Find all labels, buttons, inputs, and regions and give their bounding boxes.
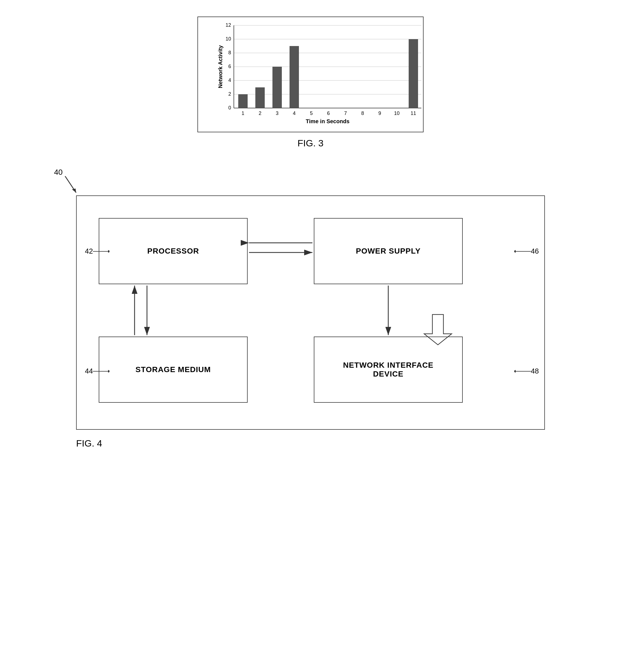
storage-medium-label: STORAGE MEDIUM — [135, 365, 211, 374]
y-tick-8: 8 — [228, 50, 231, 55]
fig4-wrapper: 40 — [48, 168, 573, 449]
ref-48: 48 — [531, 367, 539, 375]
bar-1 — [238, 94, 248, 108]
x-tick-8: 8 — [361, 110, 364, 116]
x-tick-10: 10 — [394, 110, 400, 116]
ref-42: 42 — [85, 247, 93, 256]
y-tick-2: 2 — [228, 91, 231, 97]
ref-48-group: 48 — [514, 367, 539, 375]
bar-4 — [290, 46, 299, 108]
ref-42-group: 42 — [85, 247, 110, 256]
svg-marker-25 — [108, 370, 110, 373]
fig4-section: 40 — [22, 168, 599, 449]
y-tick-4: 4 — [228, 78, 231, 83]
svg-marker-9 — [72, 188, 76, 193]
power-supply-block: POWER SUPPLY — [314, 218, 463, 284]
chart-container: Network Activity 0 2 4 — [198, 16, 423, 132]
ref-46: 46 — [531, 247, 539, 256]
ref-44: 44 — [85, 367, 93, 375]
ref-42-arrow — [93, 249, 110, 254]
fig3-label: FIG. 3 — [297, 138, 324, 148]
x-tick-11: 11 — [411, 110, 416, 116]
arrow-40-icon — [54, 176, 82, 198]
outer-box: PROCESSOR POWER SUPPLY STORAGE MEDIUM NE… — [76, 195, 545, 430]
bar-3 — [273, 67, 282, 108]
x-tick-5: 5 — [310, 110, 313, 116]
x-tick-7: 7 — [344, 110, 347, 116]
svg-marker-27 — [514, 370, 516, 373]
fig4-label: FIG. 4 — [76, 438, 573, 449]
svg-marker-21 — [108, 250, 110, 253]
y-axis-title: Network Activity — [217, 45, 223, 88]
bar-11 — [409, 39, 418, 108]
ref-44-arrow — [93, 368, 110, 374]
network-interface-label: NETWORK INTERFACE DEVICE — [343, 361, 433, 378]
ref-40: 40 — [54, 168, 63, 177]
processor-label: PROCESSOR — [147, 247, 199, 256]
ref-46-arrow — [514, 249, 531, 254]
power-supply-label: POWER SUPPLY — [356, 247, 420, 256]
ref-46-group: 46 — [514, 247, 539, 256]
x-tick-9: 9 — [378, 110, 381, 116]
y-tick-12: 12 — [225, 23, 231, 28]
network-interface-block: NETWORK INTERFACE DEVICE — [314, 337, 463, 403]
page-container: Network Activity 0 2 4 — [0, 0, 621, 672]
chart-svg: Network Activity 0 2 4 — [217, 23, 432, 125]
x-tick-2: 2 — [259, 110, 261, 116]
storage-medium-block: STORAGE MEDIUM — [99, 337, 248, 403]
x-tick-6: 6 — [327, 110, 330, 116]
y-tick-0: 0 — [228, 105, 231, 110]
x-tick-4: 4 — [293, 110, 296, 116]
ref-48-arrow — [514, 368, 531, 374]
x-tick-3: 3 — [276, 110, 279, 116]
ref-44-group: 44 — [85, 367, 110, 375]
processor-block: PROCESSOR — [99, 218, 248, 284]
x-axis-title: Time in Seconds — [306, 118, 350, 124]
y-tick-10: 10 — [225, 36, 231, 42]
bar-2 — [255, 87, 265, 108]
y-tick-6: 6 — [228, 64, 231, 69]
x-tick-1: 1 — [242, 110, 244, 116]
fig3-section: Network Activity 0 2 4 — [22, 16, 599, 148]
svg-marker-23 — [514, 250, 516, 253]
